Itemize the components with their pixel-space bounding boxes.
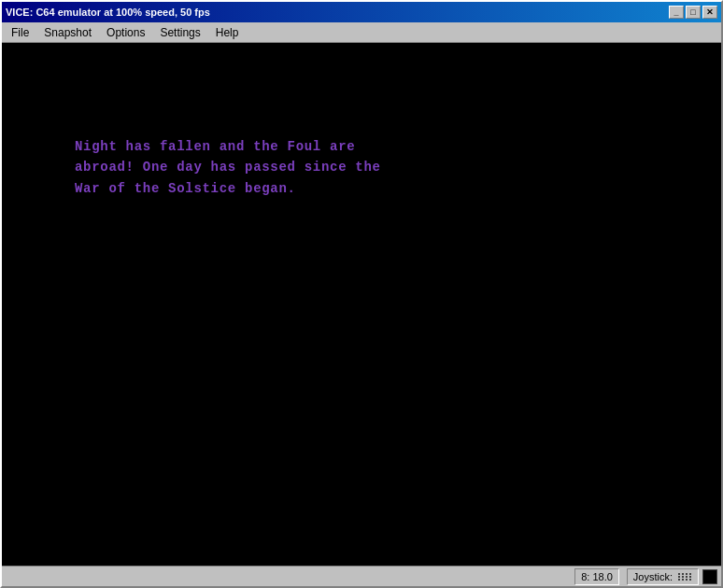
menu-settings[interactable]: Settings (152, 24, 207, 41)
menu-bar: File Snapshot Options Settings Help (2, 22, 721, 43)
c64-line3: War of the Solstice began. (75, 181, 296, 196)
joystick-label: Joystick: (633, 571, 673, 582)
status-led (702, 569, 717, 584)
menu-snapshot[interactable]: Snapshot (36, 24, 99, 41)
minimize-button[interactable]: _ (669, 6, 684, 19)
status-bar: 8: 18.0 Joystick: (2, 566, 721, 586)
c64-display-text: Night has fallen and the Foul are abroad… (75, 136, 381, 199)
maximize-button[interactable]: □ (686, 6, 701, 19)
speed-indicator: 8: 18.0 (574, 568, 619, 585)
c64-line1: Night has fallen and the Foul are (75, 139, 355, 154)
menu-options[interactable]: Options (99, 24, 152, 41)
joystick-dots (678, 573, 692, 581)
title-bar-buttons: _ □ ✕ (669, 6, 717, 19)
title-bar: VICE: C64 emulator at 100% speed, 50 fps… (2, 2, 721, 22)
main-window: VICE: C64 emulator at 100% speed, 50 fps… (0, 0, 723, 588)
close-button[interactable]: ✕ (702, 6, 717, 19)
joystick-section: Joystick: (627, 568, 699, 585)
c64-line2: abroad! One day has passed since the (75, 160, 381, 175)
menu-help[interactable]: Help (208, 24, 247, 41)
emulator-screen[interactable]: Night has fallen and the Foul are abroad… (2, 43, 721, 566)
menu-file[interactable]: File (4, 24, 36, 41)
window-title: VICE: C64 emulator at 100% speed, 50 fps (6, 7, 210, 18)
